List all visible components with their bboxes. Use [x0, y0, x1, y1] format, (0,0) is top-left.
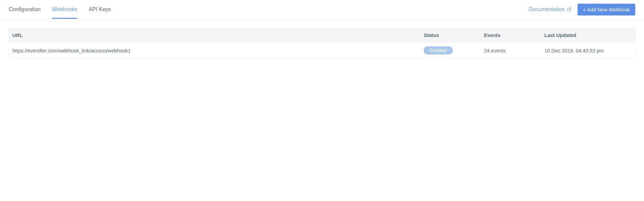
cell-status: Enabled [424, 46, 484, 54]
page-header: Configuration Webhooks API Keys Document… [0, 0, 644, 19]
col-header-events: Events [484, 32, 544, 38]
svg-line-0 [569, 8, 571, 10]
table-header: URL Status Events Last Updated [9, 28, 635, 42]
col-header-status: Status [424, 32, 484, 38]
status-badge: Enabled [424, 46, 453, 54]
webhooks-table: URL Status Events Last Updated https://e… [9, 28, 635, 59]
table-row[interactable]: https://eventfier.com/webhook_link/acces… [9, 42, 635, 58]
documentation-label: Documentation [529, 6, 565, 12]
tab-configuration[interactable]: Configuration [9, 0, 41, 19]
tabs: Configuration Webhooks API Keys [9, 0, 111, 19]
documentation-link[interactable]: Documentation [529, 6, 572, 12]
cell-url: https://eventfier.com/webhook_link/acces… [12, 48, 424, 53]
cell-events: 24 events [484, 48, 544, 53]
content: URL Status Events Last Updated https://e… [0, 19, 644, 68]
tab-api-keys[interactable]: API Keys [89, 0, 111, 19]
external-link-icon [567, 7, 572, 12]
col-header-last-updated: Last Updated [544, 32, 632, 38]
header-actions: Documentation + Add New Webhook [529, 4, 635, 15]
cell-last-updated: 10 Dec 2019, 04:43:52 pm [544, 48, 632, 53]
tab-webhooks[interactable]: Webhooks [52, 0, 77, 19]
add-webhook-button[interactable]: + Add New Webhook [578, 4, 635, 15]
col-header-url: URL [12, 32, 424, 38]
